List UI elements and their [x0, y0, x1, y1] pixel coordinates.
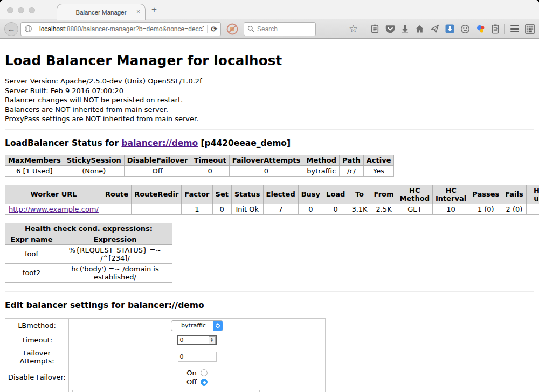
radio-off[interactable] [201, 379, 208, 386]
url-divider-2 [207, 25, 208, 33]
emoji-smiley-icon[interactable] [460, 24, 470, 34]
zoom-window-button[interactable] [29, 7, 35, 13]
health-table-title: Health check cond. expressions: [5, 223, 172, 234]
table-header-row: Worker URL Route RouteRedir Factor Set S… [5, 185, 539, 204]
url-text[interactable]: localhost:8880/balancer-manager?b=demo&n… [39, 25, 204, 33]
col-method: Method [303, 155, 340, 165]
disable-failover-label: Disable Failover: [5, 367, 69, 388]
col-maxmembers: MaxMembers [5, 155, 64, 165]
number-spinner-icon[interactable]: ▲▼ [209, 336, 216, 344]
val-maxmembers: 6 [1 Used] [5, 165, 64, 176]
val-timeout: 0 [191, 165, 229, 176]
select-stepper-icon [213, 320, 223, 331]
worker-url-link[interactable]: http://www.example.com/ [9, 205, 99, 213]
divider [5, 129, 534, 130]
radio-on-row: On [186, 369, 207, 377]
colorful-dots-extension-icon[interactable] [476, 24, 486, 34]
timeout-input[interactable]: 0 ▲▼ [177, 335, 217, 345]
sticky-session-input[interactable] [72, 390, 260, 392]
val-from: 2.5K [371, 204, 397, 214]
url-bar[interactable]: localhost:8880/balancer-manager?b=demo&n… [20, 22, 221, 36]
globe-icon [24, 25, 32, 33]
radio-off-label: Off [186, 378, 197, 386]
val-routeredir [132, 204, 182, 214]
window-controls [7, 7, 35, 13]
lbmethod-select[interactable]: bytraffic [171, 320, 223, 331]
val-elected: 7 [263, 204, 298, 214]
home-icon[interactable] [415, 25, 424, 33]
reading-list-icon[interactable] [370, 24, 379, 33]
val-set: 0 [212, 204, 231, 214]
hamburger-menu-icon[interactable] [510, 25, 519, 33]
val-factor: 1 [182, 204, 212, 214]
tab-title: Balancer Manager [76, 9, 127, 16]
divider-2 [5, 291, 534, 292]
val-active: Yes [363, 165, 394, 176]
status-heading-prefix: LoadBalancer Status for [5, 138, 121, 148]
failover-attempts-label: Failover Attempts: [5, 347, 69, 367]
col-route: Route [102, 185, 131, 204]
table-row: 6 [1 Used] (None) Off 0 0 bytraffic /c/ … [5, 165, 394, 176]
tab-balancer-manager[interactable]: Balancer Manager × [57, 4, 146, 20]
col-from: From [371, 185, 397, 204]
pocket-icon[interactable] [385, 24, 395, 34]
close-window-button[interactable] [7, 7, 13, 13]
worker-status-table: Worker URL Route RouteRedir Factor Set S… [5, 185, 539, 215]
col-path: Path [340, 155, 363, 165]
toolbar-icons: ☆ [322, 24, 535, 34]
search-placeholder: Search [257, 25, 278, 33]
col-set: Set [212, 185, 231, 204]
val-fails: 2 (0) [502, 204, 527, 214]
sticky-session-label: Sticky Session: [5, 388, 69, 392]
val-failoverattempts: 0 [229, 165, 303, 176]
col-hc-method: HC Method [397, 185, 432, 204]
server-version: Server Version: Apache/2.5.0-dev (Unix) … [5, 76, 534, 86]
minimize-window-button[interactable] [18, 7, 24, 13]
back-arrow-icon: ← [8, 24, 16, 33]
notice-balancers: Balancers are NOT inherited from main se… [5, 105, 534, 115]
tab-bar: Balancer Manager × + [0, 0, 539, 19]
radio-on[interactable] [201, 369, 208, 376]
adblock-icon[interactable] [226, 23, 238, 35]
tab-close-icon[interactable]: × [136, 8, 140, 16]
new-tab-button[interactable]: + [151, 5, 157, 14]
val-status: Init Ok [231, 204, 263, 214]
col-status: Status [231, 185, 263, 204]
table-header-row: Expr name Expression [5, 234, 172, 244]
val-expression-foof: %{REQUEST_STATUS} =~ /^[234]/ [58, 244, 172, 263]
col-timeout: Timeout [191, 155, 229, 165]
val-expression-foof2: hc('body') =~ /domain is established/ [58, 263, 172, 282]
col-expression: Expression [58, 234, 172, 244]
col-hc-uri: HC uri [526, 185, 539, 204]
health-check-table: Health check cond. expressions: Expr nam… [5, 223, 172, 283]
reload-icon[interactable]: ⟳ [211, 25, 217, 33]
val-expr-name-foof2: foof2 [5, 263, 58, 282]
col-active: Active [363, 155, 394, 165]
clipboard-menu-group: ▾ [492, 24, 498, 34]
url-path: :8880/balancer-manager?b=demo&nonce=decc… [65, 25, 204, 33]
browser-window: Balancer Manager × + ← localhost:8880/ba… [0, 0, 539, 392]
search-input[interactable]: Search [244, 22, 316, 36]
balancer-demo-link[interactable]: balancer://demo [121, 138, 198, 148]
col-to: To [348, 185, 371, 204]
server-info: Server Version: Apache/2.5.0-dev (Unix) … [5, 76, 534, 124]
back-button[interactable]: ← [4, 22, 18, 36]
radio-off-row: Off [186, 378, 208, 386]
server-built: Server Built: Feb 9 2016 07:00:20 [5, 86, 534, 96]
tile-tabs-icon[interactable] [525, 24, 535, 34]
val-path: /c/ [340, 165, 363, 176]
col-expr-name: Expr name [5, 234, 58, 244]
form-row-timeout: Timeout: 0 ▲▼ [5, 333, 326, 347]
col-failoverattempts: FailoverAttempts [229, 155, 303, 165]
download-icon[interactable] [401, 24, 409, 33]
col-elected: Elected [263, 185, 298, 204]
col-routeredir: RouteRedir [132, 185, 182, 204]
chevron-down-icon[interactable]: ▾ [496, 26, 498, 31]
failover-attempts-input[interactable]: 0 [178, 352, 217, 362]
radio-on-label: On [186, 369, 196, 377]
toolbar-separator [364, 24, 364, 34]
val-to: 3.1K [348, 204, 371, 214]
bookmark-star-icon[interactable]: ☆ [349, 24, 358, 34]
send-plane-icon[interactable] [430, 24, 439, 33]
extension-download-icon[interactable] [445, 24, 454, 33]
